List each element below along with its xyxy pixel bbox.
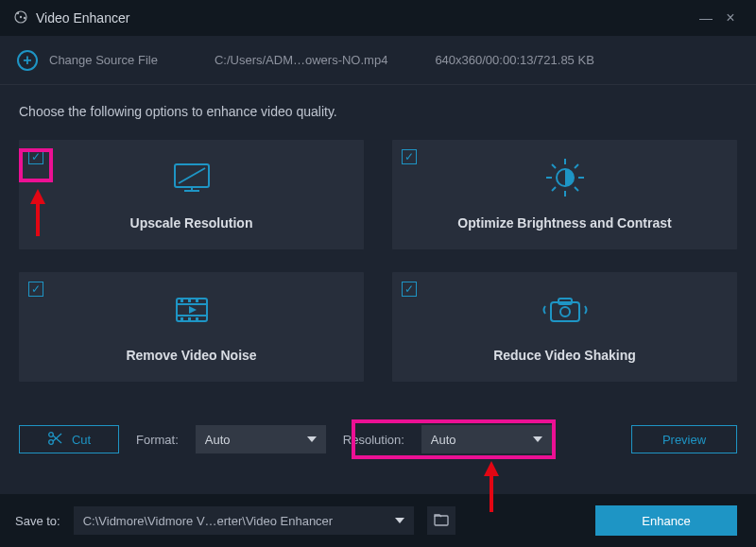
svg-rect-22	[196, 299, 198, 302]
open-folder-button[interactable]	[427, 506, 455, 535]
svg-point-3	[24, 16, 26, 18]
svg-rect-20	[180, 299, 183, 302]
svg-point-29	[560, 307, 570, 316]
folder-icon	[434, 513, 449, 529]
chevron-down-icon	[307, 436, 317, 442]
brightness-icon	[544, 157, 586, 202]
preview-button[interactable]: Preview	[631, 425, 737, 453]
resolution-select[interactable]: Auto	[421, 425, 552, 453]
enhance-button[interactable]: Enhance	[595, 505, 737, 536]
source-file-meta: 640x360/00:00:13/721.85 KB	[435, 53, 593, 67]
resolution-label: Resolution:	[343, 433, 404, 447]
svg-rect-34	[435, 516, 448, 525]
option-label: Optimize Brightness and Contrast	[457, 215, 671, 231]
main-content: Choose the following options to enhance …	[0, 85, 756, 401]
checkbox-brightness[interactable]: ✓	[402, 149, 417, 164]
source-bar: + Change Source File C:/Users/ADM…owers-…	[0, 36, 756, 85]
svg-line-16	[552, 187, 556, 191]
svg-rect-21	[188, 299, 191, 302]
title-bar: Video Enhancer — ×	[0, 0, 756, 36]
save-to-label: Save to:	[15, 514, 60, 528]
svg-marker-26	[189, 306, 197, 314]
enhance-label: Enhance	[642, 514, 690, 528]
option-label: Reduce Video Shaking	[493, 348, 636, 363]
svg-line-5	[179, 168, 205, 183]
options-grid: ✓ Upscale Resolution ✓ Optimize Brightne…	[19, 140, 737, 382]
close-button[interactable]: ×	[718, 9, 743, 26]
option-remove-noise[interactable]: ✓ Remove Video Noise	[19, 272, 364, 382]
minimize-button[interactable]: —	[694, 10, 718, 26]
cut-label: Cut	[72, 433, 91, 447]
svg-point-2	[17, 11, 19, 13]
monitor-icon	[171, 161, 213, 202]
option-label: Remove Video Noise	[126, 348, 256, 363]
chevron-down-icon	[395, 518, 404, 523]
change-source-button[interactable]: + Change Source File	[17, 50, 158, 71]
resolution-value: Auto	[431, 433, 456, 447]
option-upscale-resolution[interactable]: ✓ Upscale Resolution	[19, 140, 364, 249]
svg-point-30	[49, 432, 54, 436]
save-path-value: C:\Vidmore\Vidmore V…erter\Video Enhance…	[83, 514, 333, 528]
preview-label: Preview	[662, 433, 706, 447]
scissors-icon	[47, 431, 62, 449]
svg-point-1	[20, 15, 22, 17]
option-reduce-shaking[interactable]: ✓ Reduce Video Shaking	[392, 272, 737, 382]
format-select[interactable]: Auto	[196, 425, 326, 453]
source-file-path: C:/Users/ADM…owers-NO.mp4	[215, 53, 387, 67]
svg-point-31	[49, 439, 54, 444]
instruction-text: Choose the following options to enhance …	[19, 104, 737, 119]
svg-line-13	[552, 164, 556, 168]
footer: Save to: C:\Vidmore\Vidmore V…erter\Vide…	[0, 494, 756, 547]
svg-line-15	[575, 164, 578, 168]
svg-rect-24	[188, 317, 191, 320]
app-icon	[13, 9, 28, 27]
chevron-down-icon	[533, 436, 542, 442]
camera-shake-icon	[541, 293, 589, 334]
plus-icon: +	[17, 50, 38, 71]
checkbox-noise[interactable]: ✓	[28, 282, 43, 297]
option-brightness-contrast[interactable]: ✓ Optimize Brightness and Contrast	[392, 140, 737, 249]
film-icon	[171, 293, 213, 334]
checkbox-upscale[interactable]: ✓	[28, 149, 43, 164]
checkbox-shaking[interactable]: ✓	[402, 282, 417, 297]
svg-line-14	[575, 187, 578, 191]
change-source-label: Change Source File	[49, 53, 158, 67]
annotation-arrow-resolution-stem	[490, 472, 493, 493]
svg-rect-23	[180, 317, 183, 320]
toolbar: Cut Format: Auto Resolution: Auto Previe…	[0, 425, 756, 453]
format-value: Auto	[205, 433, 231, 447]
app-title: Video Enhancer	[36, 10, 129, 26]
svg-rect-25	[196, 317, 198, 320]
format-label: Format:	[136, 433, 179, 447]
option-label: Upscale Resolution	[130, 215, 253, 231]
cut-button[interactable]: Cut	[19, 425, 119, 453]
save-path-select[interactable]: C:\Vidmore\Vidmore V…erter\Video Enhance…	[74, 506, 414, 535]
